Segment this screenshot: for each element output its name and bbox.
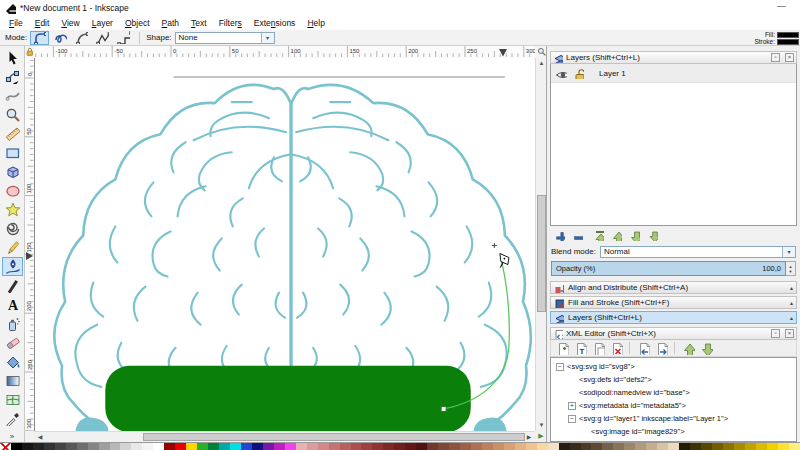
palette-swatch[interactable] [318,443,329,450]
menu-filters[interactable]: Filters [213,18,248,28]
eraser-tool[interactable] [2,333,23,352]
vertical-scrollbar[interactable]: ▲ ▼ [535,58,547,431]
collapse-icon[interactable]: ▴ [790,299,793,306]
toolbox-overflow-button[interactable]: » [10,432,14,442]
opacity-slider[interactable]: Opacity (%) 100,0 [551,261,786,276]
palette-swatch[interactable] [591,443,602,450]
palette-swatch[interactable] [723,443,734,450]
palette-swatch[interactable] [197,443,208,450]
palette-swatch[interactable] [372,443,383,450]
palette-swatch[interactable] [219,443,230,450]
palette-swatch[interactable] [767,443,778,450]
stroke-swatch[interactable] [777,39,799,45]
vertical-scroll-thumb[interactable] [537,195,546,312]
layer-row[interactable]: Layer 1 [551,64,796,83]
menu-help[interactable]: Help [301,18,330,28]
menu-object[interactable]: Object [119,18,156,28]
layer-to-bottom-button[interactable] [645,228,660,242]
node-tool[interactable] [2,67,23,86]
palette-swatch[interactable] [285,443,296,450]
palette-swatch[interactable] [548,443,559,450]
minimize-button[interactable]: — [777,1,786,11]
xml-unindent-node-button[interactable] [635,341,651,356]
chevron-down-icon[interactable]: ▾ [261,33,274,43]
palette-swatch[interactable] [66,443,77,450]
palette-swatch[interactable] [745,443,756,450]
xml-new-text-node-button[interactable] [572,341,588,356]
palette-swatch[interactable] [208,443,219,450]
xml-tree-node[interactable]: +<svg:metadata id="metadata5"> [554,399,796,412]
visibility-eye-icon[interactable] [555,67,567,79]
palette-swatch[interactable] [77,443,88,450]
spiral-tool[interactable] [2,219,23,238]
pencil-tool[interactable] [2,238,23,257]
palette-swatch[interactable] [274,443,285,450]
palette-swatch[interactable] [33,443,44,450]
menu-layer[interactable]: Layer [86,18,119,28]
palette-swatch[interactable] [657,443,668,450]
spray-tool[interactable] [2,314,23,333]
green-rectangle-shape[interactable] [105,366,470,431]
xml-delete-node-button[interactable] [608,341,624,356]
dock-layers-header[interactable]: Layers (Shift+Ctrl+L)▴ [550,311,797,324]
xml-raise-node-button[interactable] [680,341,696,356]
box3d-tool[interactable] [2,162,23,181]
collapse-node-icon[interactable]: − [556,363,564,371]
dock-close-button[interactable]: × [785,53,794,62]
palette-swatch[interactable] [329,443,340,450]
layers-dialog-titlebar[interactable]: Layers (Shift+Ctrl+L) ▫ × [550,51,797,64]
scroll-left-button[interactable]: ◀ [34,432,46,442]
tweak-tool[interactable] [2,86,23,105]
xml-tree-node[interactable]: <sodipodi:namedview id="base"> [554,386,796,399]
palette-swatch[interactable] [613,443,624,450]
palette-swatch[interactable] [624,443,635,450]
drawing-canvas[interactable] [34,58,535,431]
collapse-icon[interactable]: ▴ [790,314,793,321]
collapse-node-icon[interactable]: − [568,415,576,423]
palette-swatch[interactable] [756,443,767,450]
dock-shade-button[interactable]: ▫ [771,53,780,62]
palette-swatch[interactable] [438,443,449,450]
menu-extensions[interactable]: Extensions [248,18,302,28]
xml-tree-node[interactable]: −<svg:g id="layer1" inkscape:label="Laye… [554,412,796,425]
palette-swatch[interactable] [427,443,438,450]
palette-swatch[interactable] [361,443,372,450]
xml-indent-node-button[interactable] [653,341,669,356]
palette-swatch[interactable] [515,443,526,450]
palette-swatch[interactable] [88,443,99,450]
palette-swatch[interactable] [11,443,22,450]
rect-tool[interactable] [2,143,23,162]
palette-swatch[interactable] [679,443,690,450]
menu-path[interactable]: Path [156,18,186,28]
xml-duplicate-node-button[interactable] [590,341,606,356]
menu-file[interactable]: File [3,18,29,28]
palette-swatch[interactable] [142,443,153,450]
palette-swatch[interactable] [186,443,197,450]
xml-editor-titlebar[interactable]: XML Editor (Shift+Ctrl+X) ▫ × [550,327,797,340]
spin-down-icon[interactable]: ▼ [786,269,795,274]
layer-to-top-button[interactable] [591,228,606,242]
vertical-ruler[interactable]: 050100150200250300 [25,58,34,431]
add-layer-button[interactable] [552,228,567,242]
fill-swatch[interactable] [777,32,799,38]
palette-swatch[interactable] [340,443,351,450]
xml-tree[interactable]: −<svg:svg id="svg8"><svg:defs id="defs2"… [550,357,797,442]
layer-name[interactable]: Layer 1 [599,69,626,78]
layer-lower-button[interactable] [627,228,642,242]
pen-tool[interactable] [2,257,23,276]
dropper-tool[interactable] [2,409,23,428]
opacity-spinner[interactable]: ▲ ▼ [786,261,796,276]
palette-swatch[interactable] [482,443,493,450]
vertical-scroll-track[interactable] [536,69,547,420]
mode-paraxial-button[interactable] [114,31,133,45]
xml-tree-node[interactable]: −<svg:svg id="svg8"> [554,360,796,373]
palette-swatch[interactable] [296,443,307,450]
palette-swatch[interactable] [734,443,745,450]
palette-swatch[interactable] [712,443,723,450]
dock-fillstroke-header[interactable]: Fill and Stroke (Shift+Ctrl+F)▴ [550,296,797,309]
horizontal-scroll-thumb[interactable] [143,433,525,441]
palette-swatch[interactable] [789,443,800,450]
palette-swatch[interactable] [690,443,701,450]
layer-raise-button[interactable] [609,228,624,242]
palette-swatch[interactable] [504,443,515,450]
